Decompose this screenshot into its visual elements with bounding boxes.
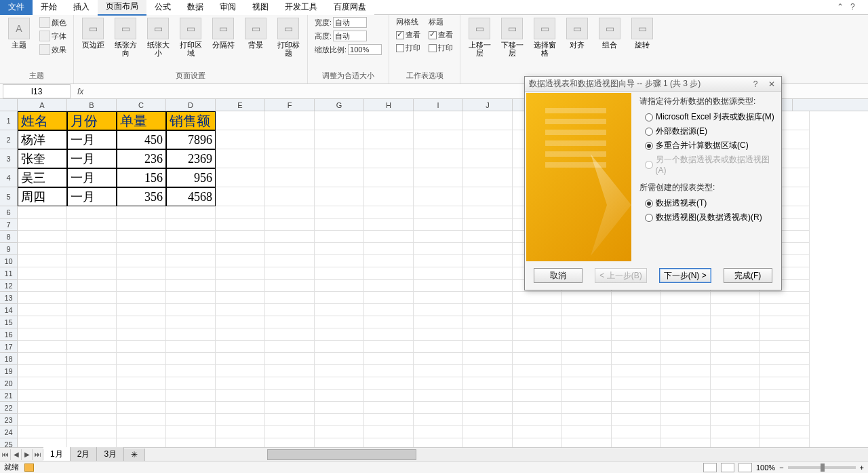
name-box[interactable]: I13	[3, 84, 71, 98]
zoom-out[interactable]: −	[779, 463, 783, 472]
cell[interactable]	[117, 377, 166, 390]
tab-dev[interactable]: 开发工具	[277, 0, 326, 15]
cell[interactable]: 7896	[166, 130, 216, 149]
finish-button[interactable]: 完成(F)	[724, 268, 772, 283]
cell[interactable]	[315, 328, 364, 341]
cell[interactable]	[67, 292, 117, 304]
cell[interactable]: 一月	[67, 149, 117, 168]
cell[interactable]	[315, 255, 364, 267]
cell[interactable]	[117, 316, 166, 328]
cell[interactable]	[562, 316, 612, 328]
cell[interactable]	[315, 402, 364, 414]
theme-fonts[interactable]: 字体	[39, 30, 66, 42]
cell[interactable]	[760, 341, 810, 353]
cell[interactable]	[364, 168, 414, 187]
cell[interactable]	[166, 206, 216, 219]
head-print-chk[interactable]	[429, 44, 437, 52]
cell[interactable]	[315, 304, 364, 316]
cell[interactable]	[414, 149, 463, 168]
background-button[interactable]: ▭背景	[241, 16, 271, 50]
cell[interactable]	[166, 243, 216, 255]
cell[interactable]	[117, 402, 166, 414]
cell[interactable]	[315, 231, 364, 243]
cell[interactable]	[513, 328, 562, 341]
group-button[interactable]: ▭组合	[595, 16, 625, 50]
cell[interactable]	[661, 353, 711, 365]
cell[interactable]	[513, 377, 562, 390]
cell[interactable]	[216, 255, 265, 267]
cell[interactable]	[364, 390, 414, 402]
cell[interactable]	[364, 377, 414, 390]
cell[interactable]	[711, 353, 760, 365]
cell[interactable]: 一月	[67, 187, 117, 206]
cell[interactable]	[166, 328, 216, 341]
cell[interactable]	[18, 280, 67, 292]
cell[interactable]	[463, 292, 513, 304]
cell[interactable]	[117, 219, 166, 231]
cell[interactable]	[265, 328, 315, 341]
cell[interactable]: 4568	[166, 187, 216, 206]
cell[interactable]	[265, 304, 315, 316]
cell[interactable]	[414, 206, 463, 219]
cell[interactable]	[760, 426, 810, 438]
cell[interactable]	[364, 243, 414, 255]
cell[interactable]: 2369	[166, 149, 216, 168]
cell[interactable]	[67, 231, 117, 243]
sheet-tab-2[interactable]: 2月	[71, 447, 98, 461]
cell[interactable]	[562, 292, 612, 304]
cell[interactable]	[166, 292, 216, 304]
cell[interactable]	[463, 365, 513, 377]
next-button[interactable]: 下一步(N) >	[659, 268, 711, 283]
cell[interactable]	[67, 414, 117, 426]
cell[interactable]	[414, 328, 463, 341]
cell[interactable]: 月份	[67, 111, 117, 130]
cell[interactable]	[463, 243, 513, 255]
row-header[interactable]: 22	[0, 402, 18, 414]
cell[interactable]	[760, 328, 810, 341]
select-all[interactable]	[0, 99, 18, 111]
row-header[interactable]: 16	[0, 328, 18, 341]
cell[interactable]	[661, 390, 711, 402]
cell[interactable]	[216, 280, 265, 292]
cell[interactable]	[265, 377, 315, 390]
themes-button[interactable]: A主题	[4, 16, 34, 50]
help-icon[interactable]: ?	[850, 2, 861, 13]
cell[interactable]	[67, 426, 117, 438]
cell[interactable]	[364, 111, 414, 130]
cell[interactable]	[67, 206, 117, 219]
height-combo[interactable]: 自动	[333, 31, 367, 41]
cell[interactable]	[364, 304, 414, 316]
cell[interactable]	[117, 243, 166, 255]
cell[interactable]	[414, 219, 463, 231]
cell[interactable]	[216, 219, 265, 231]
cell[interactable]	[414, 280, 463, 292]
row-header[interactable]: 19	[0, 365, 18, 377]
row-header[interactable]: 23	[0, 414, 18, 426]
cell[interactable]	[117, 206, 166, 219]
cell[interactable]	[364, 219, 414, 231]
cell[interactable]: 姓名	[18, 111, 67, 130]
row-header[interactable]: 1	[0, 111, 18, 130]
tab-view[interactable]: 视图	[244, 0, 277, 15]
cell[interactable]	[265, 243, 315, 255]
cell[interactable]	[364, 328, 414, 341]
tab-insert[interactable]: 插入	[65, 0, 98, 15]
sheet-nav-prev[interactable]: ◀	[11, 449, 22, 460]
cell[interactable]	[265, 130, 315, 149]
cell[interactable]	[315, 149, 364, 168]
cell[interactable]	[414, 187, 463, 206]
cell[interactable]	[265, 280, 315, 292]
cell[interactable]	[216, 267, 265, 280]
col-header-I[interactable]: I	[414, 99, 463, 111]
cell[interactable]	[166, 426, 216, 438]
sheet-tab-1[interactable]: 1月	[43, 447, 71, 461]
cell[interactable]	[661, 365, 711, 377]
cell[interactable]	[414, 111, 463, 130]
cell[interactable]	[18, 316, 67, 328]
bring-front-button[interactable]: ▭上移一层	[465, 16, 494, 58]
cell[interactable]	[216, 390, 265, 402]
cell[interactable]	[463, 149, 513, 168]
cell[interactable]	[265, 149, 315, 168]
cell[interactable]	[18, 377, 67, 390]
cell[interactable]	[364, 130, 414, 149]
